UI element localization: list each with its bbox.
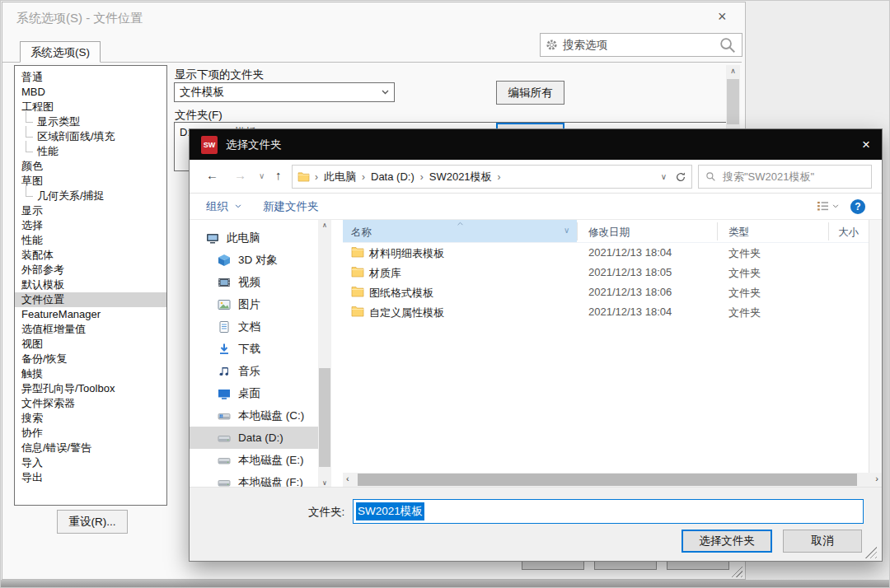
options-list-item[interactable]: 选值框增量值: [15, 322, 166, 337]
options-list-item[interactable]: 异型孔向导/Toolbox: [15, 381, 166, 396]
options-list-item[interactable]: 默认模板: [15, 278, 166, 292]
options-list-item[interactable]: 视图: [15, 337, 166, 352]
window-title: 系统选项(S) - 文件位置: [16, 11, 143, 26]
options-list-item[interactable]: 导出: [15, 470, 166, 485]
scroll-down-icon[interactable]: ∨: [318, 479, 331, 487]
folder-type-dropdown[interactable]: 文件模板: [174, 82, 395, 102]
options-list-item[interactable]: 文件探索器: [15, 396, 166, 411]
file-name[interactable]: 材料明细表模板: [369, 246, 444, 261]
options-list-item[interactable]: 备份/恢复: [15, 352, 166, 366]
show-folders-label: 显示下项的文件夹: [175, 68, 264, 82]
select-folder-button[interactable]: 选择文件夹: [682, 530, 772, 553]
scrollbar-thumb[interactable]: [319, 368, 330, 467]
back-icon[interactable]: ←: [206, 168, 218, 182]
breadcrumb-item[interactable]: SW2021模板: [429, 170, 492, 184]
options-list-item[interactable]: 显示: [15, 203, 166, 218]
places-item[interactable]: Data (D:): [190, 427, 318, 449]
search-icon: [719, 36, 737, 54]
breadcrumb-item[interactable]: 此电脑: [324, 170, 356, 184]
file-type: 文件夹: [728, 266, 761, 281]
scroll-up-icon[interactable]: ∧: [318, 222, 331, 229]
scrollbar-thumb[interactable]: [358, 474, 857, 486]
options-list-item[interactable]: 性能: [15, 233, 166, 248]
dialog-titlebar[interactable]: SW 选择文件夹 ×: [190, 129, 882, 160]
places-item[interactable]: 本地磁盘 (C:): [190, 404, 318, 427]
close-icon[interactable]: ×: [862, 137, 870, 153]
places-item[interactable]: 音乐: [190, 360, 318, 382]
scroll-right-icon[interactable]: ›: [875, 474, 878, 483]
options-list-item[interactable]: 几何关系/捕捉: [15, 189, 166, 203]
options-list-item[interactable]: 选择: [15, 218, 166, 233]
options-search-box[interactable]: 搜索选项: [540, 33, 742, 57]
cancel-button[interactable]: 取消: [783, 530, 862, 553]
close-icon[interactable]: ×: [718, 8, 727, 26]
file-row[interactable]: 材料明细表模板2021/12/13 18:04文件夹: [343, 243, 869, 263]
options-list-item[interactable]: 显示类型: [15, 114, 166, 129]
options-list-item[interactable]: 导入: [15, 455, 166, 470]
help-button[interactable]: ?: [850, 199, 865, 214]
scrollbar-thumb[interactable]: [727, 79, 739, 124]
places-item[interactable]: 视频: [190, 271, 318, 293]
filter-chevron-icon[interactable]: ∨: [564, 226, 569, 235]
file-row[interactable]: 材质库2021/12/13 18:05文件夹: [343, 263, 869, 282]
explorer-search-box[interactable]: 搜索"SW2021模板": [698, 165, 872, 189]
file-name[interactable]: 材质库: [369, 266, 401, 281]
refresh-icon[interactable]: [675, 171, 686, 183]
address-bar[interactable]: ›此电脑›Data (D:)›SW2021模板› ∨: [292, 165, 692, 189]
options-list-item[interactable]: 信息/错误/警告: [15, 441, 166, 455]
crumb-separator-icon: ›: [420, 171, 424, 183]
options-list-item[interactable]: 颜色: [15, 159, 166, 174]
history-chevron-icon[interactable]: ∨: [259, 171, 265, 180]
file-list-scrollbar[interactable]: [869, 220, 882, 473]
header-name[interactable]: 名称: [351, 226, 372, 240]
options-list-item[interactable]: 搜索: [15, 411, 166, 426]
options-list-item[interactable]: 性能: [15, 144, 166, 159]
places-scrollbar[interactable]: ∧ ∨: [318, 220, 331, 488]
places-item[interactable]: 3D 对象: [190, 249, 318, 271]
places-item[interactable]: 桌面: [190, 382, 318, 404]
options-list-item[interactable]: 触摸: [15, 366, 166, 381]
horizontal-scrollbar[interactable]: ‹ ›: [343, 473, 882, 487]
options-list-item[interactable]: 草图: [15, 174, 166, 189]
file-row[interactable]: 自定义属性模板2021/12/13 18:04文件夹: [343, 302, 869, 322]
options-list-item[interactable]: 外部参考: [15, 263, 166, 278]
reset-button[interactable]: 重设(R)...: [57, 510, 128, 534]
header-type[interactable]: 类型: [728, 226, 749, 240]
tab-system-options[interactable]: 系统选项(S): [20, 41, 101, 63]
options-list-item[interactable]: 工程图: [15, 100, 166, 114]
scroll-left-icon[interactable]: ‹: [346, 474, 349, 483]
resize-grip[interactable]: [731, 566, 742, 577]
folder-icon: [297, 171, 310, 182]
places-item[interactable]: 文档: [190, 315, 318, 338]
folder-name-input[interactable]: SW2021模板: [353, 499, 864, 524]
file-row[interactable]: 图纸格式模板2021/12/13 18:06文件夹: [343, 282, 869, 302]
organize-button[interactable]: 组织: [206, 199, 228, 214]
options-list-item[interactable]: MBD: [15, 85, 166, 100]
file-list: 名称 ∨ 修改日期 类型 大小 材料明细表模板2021/12/13 18:04文…: [343, 220, 869, 473]
address-chevron-icon[interactable]: ∨: [661, 172, 667, 181]
file-name[interactable]: 自定义属性模板: [369, 306, 444, 320]
chevron-down-icon: [832, 204, 839, 208]
options-list-item[interactable]: 协作: [15, 426, 166, 441]
forward-icon[interactable]: →: [234, 168, 246, 182]
up-icon[interactable]: ↑: [275, 168, 282, 182]
places-item[interactable]: 此电脑: [190, 226, 318, 249]
options-list-item[interactable]: 普通: [15, 70, 166, 85]
options-list-item[interactable]: 装配体: [15, 248, 166, 263]
scroll-up-icon[interactable]: ∧: [726, 67, 740, 75]
options-list-item[interactable]: 文件位置: [15, 292, 166, 307]
view-mode-button[interactable]: [817, 201, 839, 212]
options-list-item[interactable]: 区域剖面线/填充: [15, 129, 166, 144]
header-size[interactable]: 大小: [838, 226, 859, 240]
places-item[interactable]: 本地磁盘 (F:): [190, 471, 318, 488]
places-item[interactable]: 本地磁盘 (E:): [190, 449, 318, 471]
options-list-item[interactable]: FeatureManager: [15, 307, 166, 322]
resize-grip[interactable]: [865, 547, 877, 558]
places-item[interactable]: 图片: [190, 293, 318, 315]
edit-all-button[interactable]: 编辑所有: [496, 81, 564, 105]
file-name[interactable]: 图纸格式模板: [369, 286, 433, 301]
places-item[interactable]: 下载: [190, 338, 318, 360]
new-folder-button[interactable]: 新建文件夹: [263, 199, 319, 214]
header-date[interactable]: 修改日期: [588, 226, 630, 240]
breadcrumb-item[interactable]: Data (D:): [371, 170, 415, 183]
